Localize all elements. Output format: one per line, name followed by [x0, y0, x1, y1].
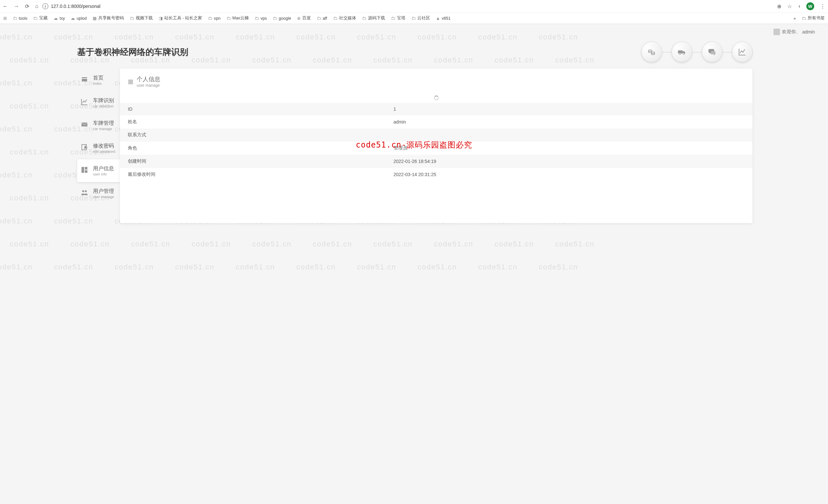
- bookmark-item[interactable]: 🗀Max云梯: [226, 15, 249, 21]
- sidebar-label-en: car manage: [93, 127, 114, 131]
- nav-arrows: ← → ⟳ ⌂: [3, 3, 38, 9]
- sidebar-item-index[interactable]: 首页index: [77, 69, 120, 91]
- row-label: 角色: [120, 141, 386, 155]
- bookmark-icon: 🗀: [130, 16, 134, 21]
- bookmark-icon: ⊕: [297, 16, 301, 21]
- bookmarks-overflow[interactable]: »: [793, 16, 796, 21]
- user-info-table: ID1姓名admin联系方式角色管理员创建时间2022-01-26 18:54:…: [120, 103, 752, 181]
- sidebar-item-edit-password[interactable]: 修改密码edit password: [77, 137, 120, 159]
- sidebar-label-zh: 车牌识别: [93, 97, 114, 104]
- sidebar-item-user-info[interactable]: 用户信息user info: [77, 159, 120, 182]
- bookmark-label: 共享账号密码: [98, 15, 124, 21]
- table-row: 角色管理员: [120, 141, 752, 155]
- bookmark-label: 社交媒体: [339, 15, 356, 21]
- bookmark-icon: 🗀: [33, 16, 37, 21]
- sidebar-item-text: 修改密码edit password: [93, 142, 115, 154]
- bookmark-item[interactable]: ⊕百度: [297, 15, 311, 21]
- back-button[interactable]: ←: [3, 3, 8, 9]
- bookmark-label: Max云梯: [232, 15, 249, 21]
- row-value: admin: [386, 115, 753, 128]
- bookmark-item[interactable]: ⊞: [3, 16, 7, 21]
- table-row: 最后修改时间2022-03-14 20:31:25: [120, 168, 752, 181]
- bookmark-icon: 🗀: [411, 16, 416, 21]
- grid-icon: [80, 166, 89, 176]
- sidebar-label-en: user info: [93, 172, 114, 176]
- sidebar-label-zh: 修改密码: [93, 142, 115, 150]
- bookmark-item[interactable]: 🗀社交媒体: [333, 15, 356, 21]
- table-row: 姓名admin: [120, 115, 752, 128]
- bookmark-label: google: [279, 16, 291, 21]
- row-label: ID: [120, 103, 386, 115]
- loading-row: [120, 93, 752, 103]
- sidebar-item-car-manage[interactable]: 车牌管理car manage: [77, 114, 120, 137]
- star-icon[interactable]: ☆: [787, 3, 792, 9]
- bookmark-item[interactable]: ◨站长工具 - 站长之家: [159, 15, 202, 21]
- bookmark-item[interactable]: 🗀宝藏: [33, 15, 48, 21]
- svg-point-6: [683, 53, 685, 55]
- home-button[interactable]: ⌂: [35, 3, 38, 9]
- sidebar-item-user-manage[interactable]: 用户管理user manage: [77, 182, 120, 205]
- panel-title-en: user manage: [137, 83, 160, 88]
- svg-rect-11: [81, 167, 84, 173]
- bookmark-icon: ▦: [93, 16, 96, 21]
- bookmark-item[interactable]: 🗀vps: [255, 16, 267, 21]
- username-text[interactable]: admin: [802, 29, 815, 35]
- bookmark-icon: 🗀: [362, 16, 366, 21]
- sidebar: 首页index车牌识别car detection车牌管理car manage修改…: [77, 69, 120, 205]
- user-welcome: 欢迎你、 admin: [0, 24, 828, 35]
- bookmark-label: vps: [260, 16, 267, 21]
- bookmark-item[interactable]: 🗀aff: [317, 16, 327, 21]
- circle-chart-icon[interactable]: [732, 42, 752, 62]
- sidebar-label-en: user manage: [93, 195, 114, 199]
- address-bar[interactable]: i 127.0.0.1:8000/personal: [42, 3, 100, 9]
- bookmark-item[interactable]: ☁txy: [53, 16, 65, 21]
- bookmark-item[interactable]: 🗀google: [273, 16, 291, 21]
- users-icon: [80, 188, 89, 199]
- edit-icon: [80, 143, 89, 153]
- sidebar-item-car-detection[interactable]: 车牌识别car detection: [77, 91, 120, 114]
- bookmark-icon: 🗀: [317, 16, 321, 21]
- bookmark-label: vpn: [214, 16, 220, 21]
- reload-button[interactable]: ⟳: [25, 3, 29, 9]
- row-label: 联系方式: [120, 128, 386, 141]
- toolbar-right: ⊕ ☆ ⫞ W ⋮: [777, 2, 825, 10]
- site-title: 基于卷积神经网络的车牌识别: [77, 46, 188, 58]
- bookmark-item[interactable]: ▦共享账号密码: [93, 15, 124, 21]
- sidebar-item-text: 首页index: [93, 75, 104, 85]
- zoom-icon[interactable]: ⊕: [777, 3, 781, 9]
- bookmark-label: uplod: [77, 16, 87, 21]
- svg-rect-13: [85, 170, 87, 173]
- circle-chat-icon[interactable]: [702, 42, 722, 62]
- circle-coins-icon[interactable]: [641, 42, 662, 62]
- menu-icon[interactable]: ⋮: [820, 3, 825, 9]
- bookmark-item[interactable]: ☁uplod: [71, 16, 87, 21]
- bookmark-item[interactable]: 🗀宝塔: [391, 15, 406, 21]
- bookmark-icon: 🗀: [333, 16, 337, 21]
- bookmark-item[interactable]: 🗀vpn: [208, 16, 220, 21]
- sidebar-item-text: 车牌管理car manage: [93, 120, 114, 131]
- bookmark-item[interactable]: 🗀云社区: [411, 15, 430, 21]
- bookmark-icon: 🗀: [13, 16, 17, 21]
- site-info-icon[interactable]: i: [42, 3, 48, 9]
- chart-icon: [80, 98, 89, 108]
- forward-button[interactable]: →: [14, 3, 19, 9]
- all-bookmarks-button[interactable]: 🗀所有书签: [802, 15, 825, 21]
- row-value: [386, 128, 753, 141]
- panel-title-zh: 个人信息: [137, 75, 160, 83]
- welcome-text: 欢迎你、: [782, 29, 800, 35]
- extensions-icon[interactable]: ⫞: [798, 3, 800, 9]
- svg-rect-8: [82, 79, 87, 82]
- bookmark-icon: 🗀: [226, 16, 231, 21]
- bookmark-item[interactable]: 🗀源码下载: [362, 15, 385, 21]
- page-content: 欢迎你、 admin 基于卷积神经网络的车牌识别 首页index车牌识别car …: [0, 24, 828, 236]
- bookmark-item[interactable]: ▲v651: [436, 16, 451, 21]
- circle-truck-icon[interactable]: [672, 42, 692, 62]
- row-value: 1: [386, 103, 753, 115]
- bookmark-item[interactable]: 🗀tools: [13, 16, 27, 21]
- profile-badge[interactable]: W: [806, 2, 814, 10]
- bookmark-label: 站长工具 - 站长之家: [164, 15, 202, 21]
- bookmark-item[interactable]: 🗀视频下载: [130, 15, 153, 21]
- svg-point-15: [85, 190, 87, 192]
- all-bookmarks-label: 所有书签: [808, 15, 825, 21]
- page-header: 基于卷积神经网络的车牌识别: [0, 35, 828, 69]
